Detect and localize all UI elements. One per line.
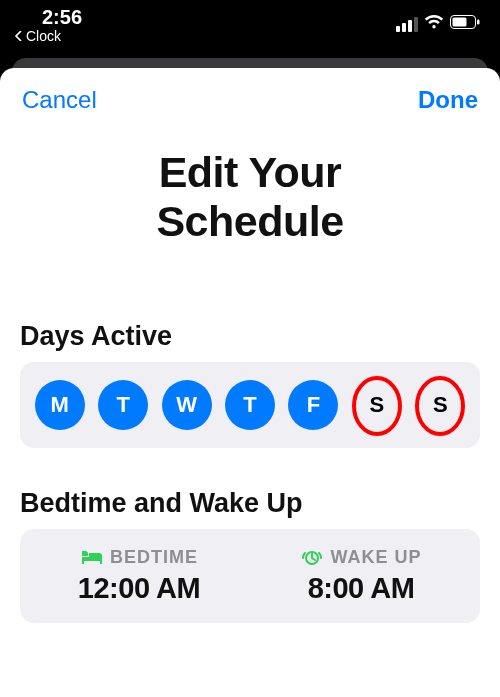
breadcrumb-back[interactable]: Clock: [14, 28, 82, 44]
day-toggle-5[interactable]: S: [352, 380, 402, 430]
day-label: S: [433, 392, 448, 418]
status-bar: 2:56 Clock: [0, 0, 500, 58]
wifi-icon: [424, 14, 444, 34]
days-active-section: Days Active MTWTFSS: [0, 321, 500, 448]
day-label: W: [176, 392, 197, 418]
day-label: S: [369, 392, 384, 418]
bedtime-wakeup-label: Bedtime and Wake Up: [20, 488, 480, 519]
svg-rect-1: [453, 17, 467, 26]
chevron-left-icon: [14, 31, 24, 41]
time-card: BEDTIME 12:00 AM WAKE UP 8:00 AM: [20, 529, 480, 623]
day-toggle-3[interactable]: T: [225, 380, 275, 430]
wakeup-label: WAKE UP: [330, 547, 421, 568]
sheet-nav: Cancel Done: [0, 68, 500, 124]
days-active-label: Days Active: [20, 321, 480, 352]
status-right: [396, 6, 486, 34]
day-toggle-6[interactable]: S: [415, 380, 465, 430]
bedtime-column[interactable]: BEDTIME 12:00 AM: [28, 547, 250, 605]
bedtime-value: 12:00 AM: [78, 572, 200, 605]
bedtime-label: BEDTIME: [110, 547, 198, 568]
svg-rect-2: [477, 19, 480, 24]
day-label: M: [51, 392, 69, 418]
bed-icon: [80, 548, 104, 566]
done-button[interactable]: Done: [418, 86, 478, 114]
day-label: T: [116, 392, 129, 418]
edit-schedule-sheet: Cancel Done Edit Your Schedule Days Acti…: [0, 68, 500, 697]
day-toggle-2[interactable]: W: [162, 380, 212, 430]
status-time: 2:56: [14, 6, 82, 29]
page-title: Edit Your Schedule: [0, 124, 500, 257]
breadcrumb-back-label: Clock: [26, 28, 61, 44]
days-card: MTWTFSS: [20, 362, 480, 448]
bedtime-wakeup-section: Bedtime and Wake Up BEDTIME 12:00 AM: [0, 488, 500, 623]
page-title-line2: Schedule: [30, 197, 470, 246]
alarm-icon: [300, 548, 324, 566]
day-toggle-0[interactable]: M: [35, 380, 85, 430]
day-label: F: [307, 392, 320, 418]
day-toggle-1[interactable]: T: [98, 380, 148, 430]
bedtime-header: BEDTIME: [80, 547, 198, 568]
status-left: 2:56 Clock: [14, 6, 82, 44]
page-title-line1: Edit Your: [30, 148, 470, 197]
cancel-button[interactable]: Cancel: [22, 86, 97, 114]
cellular-signal-icon: [396, 17, 418, 32]
day-toggle-4[interactable]: F: [288, 380, 338, 430]
wakeup-column[interactable]: WAKE UP 8:00 AM: [250, 547, 472, 605]
wakeup-header: WAKE UP: [300, 547, 421, 568]
battery-icon: [450, 15, 480, 34]
day-label: T: [243, 392, 256, 418]
wakeup-value: 8:00 AM: [308, 572, 415, 605]
